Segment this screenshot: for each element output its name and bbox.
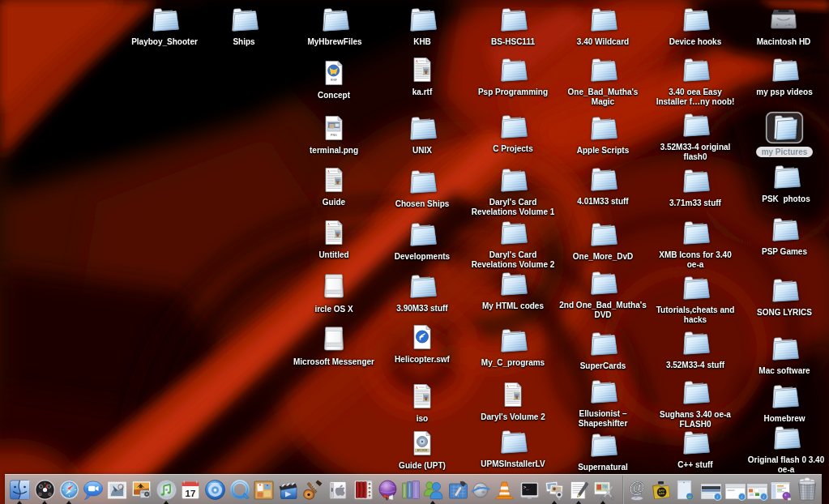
desktop-icon-device-hooks[interactable]: Device hooks [645,6,746,47]
dock-item-quicktime[interactable] [229,479,251,501]
desktop-icon-untitled[interactable]: A Untitled [284,220,384,260]
folder-icon [679,220,711,246]
icon-label-text: Developments [395,252,450,261]
desktop-icon-psp-games[interactable]: PSP Games [734,216,829,257]
icon-label-text: Homebrew [763,414,805,423]
dock-item-ichat[interactable] [82,480,104,501]
desktop-icon-ircle-os-x[interactable]: ircle OS X [284,272,384,314]
desktop-icon-3-52m33-4-stuff[interactable]: 3.52M33-4 stuff [645,330,746,370]
desktop-icon-3-40-wildcard[interactable]: 3.40 Wildcard [553,6,653,47]
desktop-icon-song-lyrics[interactable]: SONG LYRICS [734,277,829,318]
imovie-icon [277,480,299,501]
dock-item-xcode[interactable] [447,480,469,501]
dock-item-textedit[interactable] [568,480,589,501]
document-icon: PNG [323,115,344,141]
dock-item-min-window-browser-white[interactable] [724,483,746,501]
dock-item-min-window-list[interactable] [770,481,793,501]
desktop-icon-khb[interactable]: KHB [372,6,472,47]
dock-item-dvd-player[interactable] [204,479,226,501]
dock-item-ical[interactable]: 17 [180,480,201,501]
desktop-icon-original-flash-0-3-40-oe-a[interactable]: Original flash 0 3.40oe-a [736,425,829,475]
desktop-icon-helicopter-swf[interactable]: Helicopter.swf [372,324,472,365]
dock-item-dashboard[interactable] [34,479,56,501]
desktop-icon-bs-hsc111[interactable]: BS-HSC111 [463,6,563,47]
desktop-icon-apple-scripts[interactable]: Apple Scripts [553,115,653,156]
quicktime-icon [229,479,251,501]
desktop-icon-psp-programming[interactable]: Psp Programming [463,57,563,97]
mail-icon [106,480,128,501]
dock-item-photo-booth[interactable] [353,479,374,501]
desktop-icon-c-projects[interactable]: C Projects [463,113,563,154]
desktop-icon-tutorials-cheats-and-hacks[interactable]: Tutorials,cheats andhacks [645,275,746,325]
dock-item-finder[interactable] [9,479,31,501]
desktop-icon-chosen-ships[interactable]: Chosen Ships [372,169,472,209]
desktop-icon-iso[interactable]: A iso [372,383,472,424]
desktop-icon-my-psp-videos[interactable]: my psp videos [734,57,829,97]
desktop-icon-supercards[interactable]: SuperCards [553,331,653,371]
desktop-icon-3-71m33-stuff[interactable]: 3.71m33 stuff [645,168,746,208]
dock-item-mail[interactable] [106,480,128,501]
dock-item-corkboard[interactable] [253,480,275,501]
dock-item-min-window-pale[interactable] [674,480,695,501]
dock-item-apple-box[interactable] [327,480,348,501]
dock-item-globe-swoosh[interactable] [470,480,491,501]
desktop-icon-macintosh-hd[interactable]: Macintosh HD [733,6,829,47]
desktop-icon-2nd-one-bad-mutha-s-dvd[interactable]: 2nd One_Bad_Mutha'sDVD [553,270,653,320]
desktop-icon-concept[interactable]: RHIF Concept [284,60,384,100]
desktop-icon-supernatural[interactable]: Supernatural [553,432,653,472]
desktop-icon-homebrew[interactable]: Homebrew [734,383,829,424]
dock-item-at-stand[interactable]: @ [626,478,647,501]
desktop-icon-one-bad-mutha-s-magic[interactable]: One_Bad_Mutha'sMagic [553,57,653,107]
dock-item-grab[interactable] [592,480,614,501]
dock-item-purple-globe[interactable] [377,479,399,501]
mac-desktop: { "wallpaper": { "style": "abstract red … [0,0,829,504]
desktop-icon-xmb-icons-for-3-40-oe-a[interactable]: XMB Icons for 3.40oe-a [645,220,746,270]
icon-label: ka.rtf [372,88,472,97]
desktop-icon-one-more-dvd[interactable]: One_More_DvD [553,221,653,262]
desktop-icon-ellusionist-shapeshifter[interactable]: Ellusionist –Shapeshifter [553,378,653,429]
icon-label-text: Chosen Ships [395,199,450,208]
desktop-icon-guide-upt[interactable]: ARCHIVE Guide (UPT) [372,430,472,471]
desktop-icon-developments[interactable]: Developments [372,221,472,262]
desktop-icon-my-html-codes[interactable]: My HTML codes [463,271,563,311]
dock-item-vlc[interactable] [494,480,515,501]
desktop-icon-terminal-png[interactable]: PNG terminal.png [284,115,384,156]
dock-item-garageband[interactable] [301,479,323,501]
icon-label-text: Concept [318,91,350,100]
desktop-icon-daryl-s-card-revelations-volume-1[interactable]: Daryl's CardRevelations Volume 1 [463,167,563,217]
min-window-browser-colored-icon [746,483,768,501]
desktop-icon-sughans-3-40-oe-a-flash0[interactable]: Sughans 3.40 oe-aFLASH0 [645,379,746,429]
dock-item-photos-camera[interactable] [544,480,566,501]
dock-item-trash-full[interactable] [796,476,818,501]
dock-item-min-window-browser-dark[interactable] [700,483,722,501]
desktop-icon-c-stuff[interactable]: C++ stuff [645,429,746,470]
ical-icon: 17 [180,480,201,501]
dock-item-min-window-browser-colored[interactable] [746,483,768,501]
desktop-icon-guide[interactable]: A Guide [284,167,384,207]
desktop-icon-my-c-programs[interactable]: My_C_programs [463,327,563,368]
desktop-icon-myhbrewfiles[interactable]: MyHbrewFiles [284,6,385,47]
desktop-icon-3-40-oea-easy-installer-f-ny-noob[interactable]: 3.40 oea EasyInstaller f…ny noob! [645,57,746,107]
desktop-icon-4-01m33-stuff[interactable]: 4.01M33 stuff [553,166,653,207]
dock-item-safari[interactable] [58,479,80,501]
desktop-icon-microsoft-messenger[interactable]: Microsoft Messenger [284,325,384,367]
desktop-icon-ships[interactable]: Ships [194,6,294,47]
desktop-icon-mac-software[interactable]: Mac software [734,335,829,376]
dock-item-folder-bagrag[interactable]: BAG RAG [650,480,672,501]
desktop-icon-psk-photos[interactable]: PSK photos [736,164,829,204]
dock-item-itunes[interactable] [156,479,177,501]
dock-item-books[interactable] [400,479,421,501]
dock-item-msn-messenger[interactable] [422,479,444,501]
dock-item-iphoto[interactable] [130,480,152,501]
desktop-icon-upmsinstallerlv[interactable]: UPMSInstallerLV [463,429,563,469]
desktop-icon-3-52m33-4-original-flash0[interactable]: 3.52M33-4 originalflash0 [645,112,746,162]
desktop-icon-unix[interactable]: UNIX [372,115,472,156]
desktop-icon-daryl-s-volume-2[interactable]: A Daryl's Volume 2 [463,382,563,422]
desktop-icon-daryl-s-card-revelations-volume-2[interactable]: Daryl's CardRevelations Volume 2 [463,220,563,270]
dock-item-imovie[interactable] [277,480,299,501]
dock-item-terminal[interactable]: >_ [519,480,541,501]
desktop-icon-3-90m33-stuff[interactable]: 3.90M33 stuff [372,273,472,314]
dock-divider[interactable] [622,476,624,504]
desktop-icon-ka-rtf[interactable]: A ka.rtf [372,57,472,97]
desktop-icon-my-pictures[interactable]: my Pictures [734,112,829,157]
